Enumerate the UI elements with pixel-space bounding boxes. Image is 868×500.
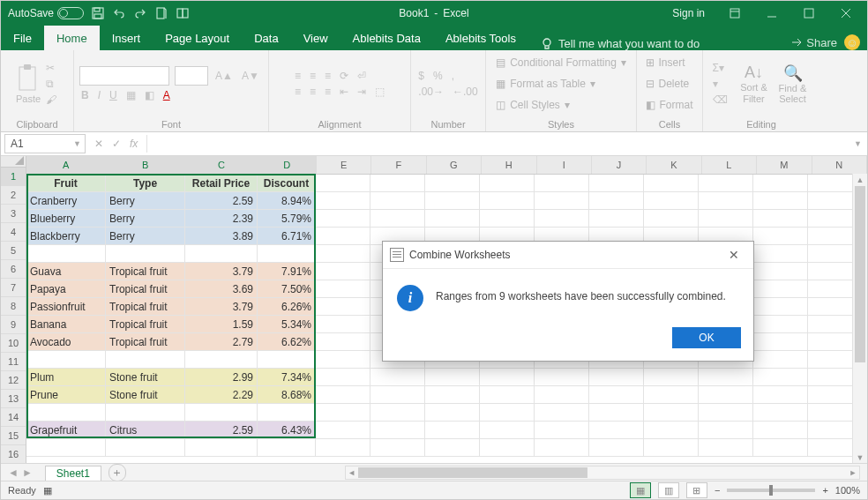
cell[interactable]: 2.39: [185, 210, 258, 228]
italic-button[interactable]: I: [96, 89, 102, 101]
cell[interactable]: [753, 439, 808, 457]
cell[interactable]: Plum: [26, 369, 106, 386]
tab-ablebits-data[interactable]: Ablebits Data: [340, 26, 433, 50]
cell[interactable]: [753, 333, 808, 351]
row-header[interactable]: 16: [1, 445, 26, 464]
cell[interactable]: [753, 386, 808, 404]
fx-icon[interactable]: fx: [130, 138, 138, 150]
cell[interactable]: [589, 175, 644, 192]
row-header[interactable]: 7: [1, 279, 26, 297]
cell[interactable]: [316, 404, 370, 422]
col-header[interactable]: N: [812, 156, 867, 174]
cell[interactable]: [480, 422, 535, 439]
cell[interactable]: [535, 175, 589, 192]
undo-icon[interactable]: [112, 6, 126, 20]
cell[interactable]: [699, 404, 753, 422]
row-header[interactable]: 13: [1, 390, 26, 408]
share-button[interactable]: Share: [790, 36, 837, 49]
dialog-close-button[interactable]: ✕: [722, 248, 746, 262]
col-header[interactable]: D: [258, 156, 317, 174]
save-icon[interactable]: [91, 6, 105, 20]
cell[interactable]: [425, 386, 480, 404]
cell[interactable]: [106, 404, 185, 422]
indent-dec-icon[interactable]: ⇤: [338, 86, 350, 98]
cell[interactable]: [644, 439, 699, 457]
qat-touch-icon[interactable]: [176, 6, 190, 20]
cell[interactable]: [480, 210, 535, 228]
cell[interactable]: Retail Price: [185, 175, 258, 192]
add-sheet-button[interactable]: ＋: [108, 464, 126, 481]
name-box[interactable]: A1▼: [4, 134, 86, 153]
percent-icon[interactable]: %: [431, 70, 445, 82]
scrollbar-thumb[interactable]: [855, 186, 865, 362]
row-header[interactable]: 2: [1, 186, 26, 205]
cell[interactable]: 3.79: [185, 263, 258, 280]
cell[interactable]: [316, 280, 370, 298]
cell[interactable]: [589, 422, 644, 439]
increase-font-icon[interactable]: A▲: [213, 70, 235, 82]
cell[interactable]: [753, 210, 808, 228]
col-header[interactable]: G: [427, 156, 482, 174]
cell[interactable]: [699, 386, 753, 404]
cell[interactable]: 6.71%: [258, 228, 316, 245]
cell[interactable]: Berry: [106, 228, 185, 245]
conditional-formatting-button[interactable]: ▤Conditional Formatting▾: [496, 54, 626, 71]
cell[interactable]: [753, 316, 808, 333]
cell[interactable]: [316, 316, 370, 333]
cell[interactable]: [425, 439, 480, 457]
cell[interactable]: [644, 422, 699, 439]
autosave-toggle[interactable]: AutoSave: [8, 7, 84, 19]
cell[interactable]: [480, 439, 535, 457]
cell[interactable]: 6.26%: [258, 298, 316, 316]
cell[interactable]: [316, 228, 370, 245]
cell[interactable]: [753, 298, 808, 316]
col-header[interactable]: C: [185, 156, 258, 174]
row-header[interactable]: 14: [1, 408, 26, 427]
sort-filter-button[interactable]: A↓Sort & Filter: [735, 63, 774, 103]
row-header[interactable]: 8: [1, 297, 26, 316]
row-header[interactable]: 9: [1, 316, 26, 334]
tab-page-layout[interactable]: Page Layout: [153, 26, 242, 50]
align-center-icon[interactable]: ≡: [308, 86, 318, 98]
zoom-slider[interactable]: [727, 489, 815, 492]
scrollbar-thumb[interactable]: [358, 467, 587, 478]
cell[interactable]: [425, 369, 480, 386]
dec-decimal-icon[interactable]: ←.00: [451, 86, 480, 98]
cell[interactable]: Banana: [26, 316, 106, 333]
cell[interactable]: Citrus: [106, 422, 185, 439]
row-header[interactable]: 15: [1, 427, 26, 445]
col-header[interactable]: F: [371, 156, 426, 174]
cell[interactable]: 2.29: [185, 386, 258, 404]
cell[interactable]: [316, 439, 370, 457]
sheet-nav-next-icon[interactable]: ►: [22, 466, 33, 479]
paste-button[interactable]: Paste: [16, 63, 41, 104]
cell[interactable]: [370, 422, 425, 439]
cell[interactable]: [316, 333, 370, 351]
orientation-icon[interactable]: ⟳: [338, 70, 350, 82]
cell[interactable]: [480, 404, 535, 422]
cell[interactable]: Tropical fruit: [106, 298, 185, 316]
cell[interactable]: [480, 175, 535, 192]
cell[interactable]: [370, 439, 425, 457]
col-header[interactable]: L: [702, 156, 757, 174]
tab-view[interactable]: View: [291, 26, 340, 50]
col-header[interactable]: B: [106, 156, 185, 174]
align-top-icon[interactable]: ≡: [293, 70, 303, 82]
cell[interactable]: 7.91%: [258, 263, 316, 280]
cell[interactable]: [535, 422, 589, 439]
delete-cells-button[interactable]: ⊟Delete: [646, 75, 689, 93]
borders-icon[interactable]: ▦: [124, 89, 138, 101]
cell[interactable]: [589, 192, 644, 210]
align-right-icon[interactable]: ≡: [323, 86, 333, 98]
comma-icon[interactable]: ,: [450, 70, 456, 82]
cell[interactable]: Berry: [106, 210, 185, 228]
cell[interactable]: [480, 192, 535, 210]
cell[interactable]: 2.59: [185, 422, 258, 439]
cell[interactable]: Prune: [26, 386, 106, 404]
macro-record-icon[interactable]: ▦: [43, 485, 52, 496]
insert-cells-button[interactable]: ⊞Insert: [646, 54, 685, 71]
cell[interactable]: Type: [106, 175, 185, 192]
cell[interactable]: Tropical fruit: [106, 280, 185, 298]
merge-icon[interactable]: ⬚: [373, 86, 386, 98]
tab-insert[interactable]: Insert: [100, 26, 153, 50]
